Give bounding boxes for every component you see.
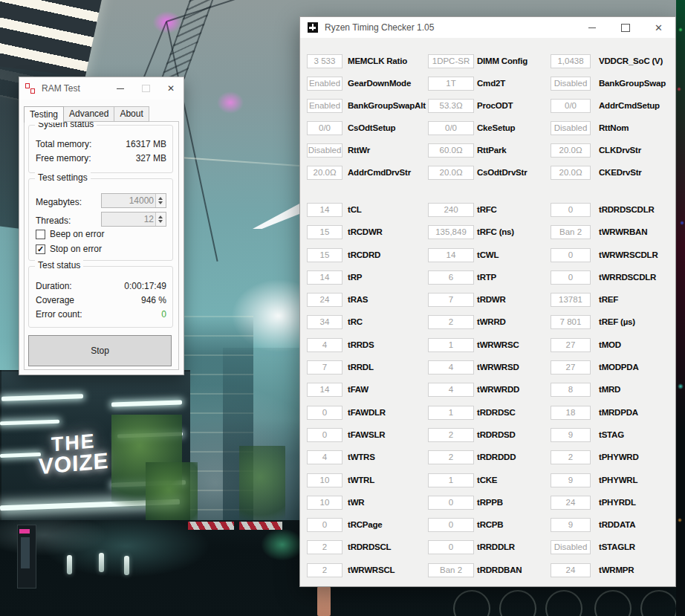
rtc-value-tRDRDBAN[interactable]: Ban 2 — [428, 563, 474, 577]
rtc-value-tRFC-ns-[interactable]: 135,849 — [428, 225, 474, 239]
rtc-value-tRCPage[interactable]: 0 — [307, 518, 342, 532]
tab-about[interactable]: About — [114, 106, 149, 122]
rtc-value-tFAWDLR[interactable]: 0 — [307, 406, 342, 420]
rtc-value-tRDRDSC[interactable]: 1 — [428, 406, 474, 420]
rtc-value-tRCDWR[interactable]: 15 — [307, 225, 342, 239]
rtc-value-tWRRD[interactable]: 2 — [428, 315, 474, 329]
rtc-value-tFAW[interactable]: 14 — [307, 383, 342, 397]
rtc-value-CkeSetup[interactable]: 0/0 — [428, 121, 474, 135]
rtc-value-BankGroupSwap[interactable]: Disabled — [551, 77, 591, 91]
rtc-value-tWTRS[interactable]: 4 — [307, 450, 342, 464]
rtc-value-CKEDrvStr[interactable]: 20.0Ω — [551, 166, 591, 180]
rtc-value-tWRWRSCL[interactable]: 2 — [307, 563, 342, 577]
tab-advanced[interactable]: Advanced — [64, 106, 114, 122]
rtc-value-CLKDrvStr[interactable]: 20.0Ω — [551, 143, 591, 158]
rtc-value-tWRMPR[interactable]: 24 — [551, 563, 591, 577]
rtc-value-tRCDRD[interactable]: 15 — [307, 248, 342, 262]
rtc-value-tWRWRSCDLR[interactable]: 0 — [551, 248, 591, 262]
rtc-value-ProcODT[interactable]: 53.3Ω — [428, 99, 474, 113]
close-icon: ✕ — [167, 84, 175, 93]
stepper-buttons[interactable] — [155, 194, 166, 207]
rtc-value-tWRWRBAN[interactable]: Ban 2 — [551, 225, 591, 239]
rtc-param-label: Cmd2T — [477, 78, 505, 89]
stop-on-error-checkbox[interactable] — [36, 244, 45, 254]
rtc-value-tRDRDSCL[interactable]: 2 — [307, 540, 342, 554]
stepper-buttons[interactable] — [155, 213, 166, 226]
threads-stepper[interactable]: 12 — [101, 212, 166, 227]
poster-pink-text — [19, 529, 30, 534]
rtc-value-tRPPB[interactable]: 0 — [428, 496, 474, 510]
rtc-value-tPHYWRD[interactable]: 2 — [551, 450, 591, 464]
maximize-icon — [142, 85, 150, 92]
rtc-value-tPHYRDL[interactable]: 24 — [551, 496, 591, 510]
rtc-value-CsOdtDrvStr[interactable]: 20.0Ω — [428, 166, 474, 180]
rtc-value-RttWr[interactable]: Disabled — [307, 143, 342, 158]
rtc-value-tMRDPDA[interactable]: 18 — [551, 406, 591, 420]
rtc-close-button[interactable]: ✕ — [642, 17, 675, 38]
rtc-value-tWRWRDD[interactable]: 4 — [428, 383, 474, 397]
rtc-value-CsOdtSetup[interactable]: 0/0 — [307, 121, 342, 135]
rtc-value-tWTRL[interactable]: 10 — [307, 473, 342, 487]
rtc-value-tSTAG[interactable]: 9 — [551, 428, 591, 442]
rtc-value-tPHYWRL[interactable]: 9 — [551, 473, 591, 487]
threads-row: Threads: 12 — [36, 214, 166, 228]
rtc-value-BankGroupSwapAlt[interactable]: Enabled — [307, 99, 342, 113]
rtc-value-Cmd2T[interactable]: 1T — [428, 77, 474, 91]
rtc-value-tREF[interactable]: 13781 — [551, 293, 591, 307]
rtc-titlebar[interactable]: Ryzen Timing Checker 1.05 ✕ — [300, 17, 675, 38]
rtc-param-label: tRDWR — [477, 294, 506, 305]
rtc-value-tWRWRSC[interactable]: 1 — [428, 338, 474, 352]
rtc-value-tRDRDDD[interactable]: 2 — [428, 450, 474, 464]
rtc-value-VDDCR-SoC-V-[interactable]: 1,0438 — [551, 54, 591, 68]
rtc-minimize-button[interactable] — [575, 17, 608, 38]
rtc-value-MEMCLK-Ratio[interactable]: 3 533 — [307, 54, 342, 68]
stop-button[interactable]: Stop — [28, 335, 172, 366]
rtc-value-DIMM-Config[interactable]: 1DPC-SR — [428, 54, 474, 68]
ram-close-button[interactable]: ✕ — [158, 77, 184, 100]
rtc-value-tFAWSLR[interactable]: 0 — [307, 428, 342, 442]
rtc-value-tCL[interactable]: 14 — [307, 203, 342, 217]
rtc-value-RttNom[interactable]: Disabled — [551, 121, 591, 135]
rtc-value-tRDRDSD[interactable]: 2 — [428, 428, 474, 442]
rtc-value-tWRWRSD[interactable]: 4 — [428, 360, 474, 375]
rtc-value-tWR[interactable]: 10 — [307, 496, 342, 510]
rtc-value-tRRDS[interactable]: 4 — [307, 338, 342, 352]
megabytes-stepper[interactable]: 14000 — [101, 193, 166, 208]
beep-on-error-label: Beep on error — [50, 229, 104, 239]
rtc-param-label: tREF — [599, 294, 618, 305]
total-memory-row: Total memory: 16317 MB — [36, 137, 166, 152]
rtc-value-tMOD[interactable]: 27 — [551, 338, 591, 352]
rtc-value-RttPark[interactable]: 60.0Ω — [428, 143, 474, 158]
rtc-value-AddrCmdSetup[interactable]: 0/0 — [551, 99, 591, 113]
rtc-value-tRRDDLR[interactable]: 0 — [428, 540, 474, 554]
rtc-value-tRDWR[interactable]: 7 — [428, 293, 474, 307]
ram-minimize-button[interactable] — [108, 77, 133, 100]
rtc-value-GearDownMode[interactable]: Enabled — [307, 77, 342, 91]
rtc-param-label: tWTRL — [348, 475, 374, 486]
rtc-value-AddrCmdDrvStr[interactable]: 20.0Ω — [307, 166, 342, 180]
rtc-value-tCKE[interactable]: 1 — [428, 473, 474, 487]
testing-tab-page: System status Total memory: 16317 MB Fre… — [24, 121, 179, 370]
rtc-value-tRP[interactable]: 14 — [307, 270, 342, 285]
tab-testing[interactable]: Testing — [24, 106, 64, 123]
rtc-value-tSTAGLR[interactable]: Disabled — [551, 540, 591, 554]
rtc-value-tCWL[interactable]: 14 — [428, 248, 474, 262]
rtc-value-tRC[interactable]: 34 — [307, 315, 342, 329]
rtc-value-tWRRDSCDLR[interactable]: 0 — [551, 270, 591, 285]
rtc-value-tMRD[interactable]: 8 — [551, 383, 591, 397]
rtc-value-tRCPB[interactable]: 0 — [428, 518, 474, 532]
rtc-value-tRDDATA[interactable]: 9 — [551, 518, 591, 532]
rtc-value-tRRDL[interactable]: 7 — [307, 360, 342, 375]
ram-maximize-button[interactable] — [133, 77, 158, 100]
rtc-value-tRFC[interactable]: 240 — [428, 203, 474, 217]
rtc-value-tRAS[interactable]: 24 — [307, 293, 342, 307]
rtc-value-tRDRDSCDLR[interactable]: 0 — [551, 203, 591, 217]
rtc-row: 24tRAS7tRDWR13781tREF — [300, 289, 675, 311]
megabytes-row: Megabytes: 14000 — [36, 195, 166, 210]
beep-on-error-checkbox[interactable] — [36, 230, 45, 239]
rtc-value-tMODPDA[interactable]: 27 — [551, 360, 591, 375]
rtc-value-tREF-s-[interactable]: 7 801 — [551, 315, 591, 329]
ram-test-titlebar[interactable]: RAM Test ✕ — [19, 77, 184, 100]
rtc-maximize-button[interactable] — [608, 17, 642, 38]
rtc-value-tRTP[interactable]: 6 — [428, 270, 474, 285]
